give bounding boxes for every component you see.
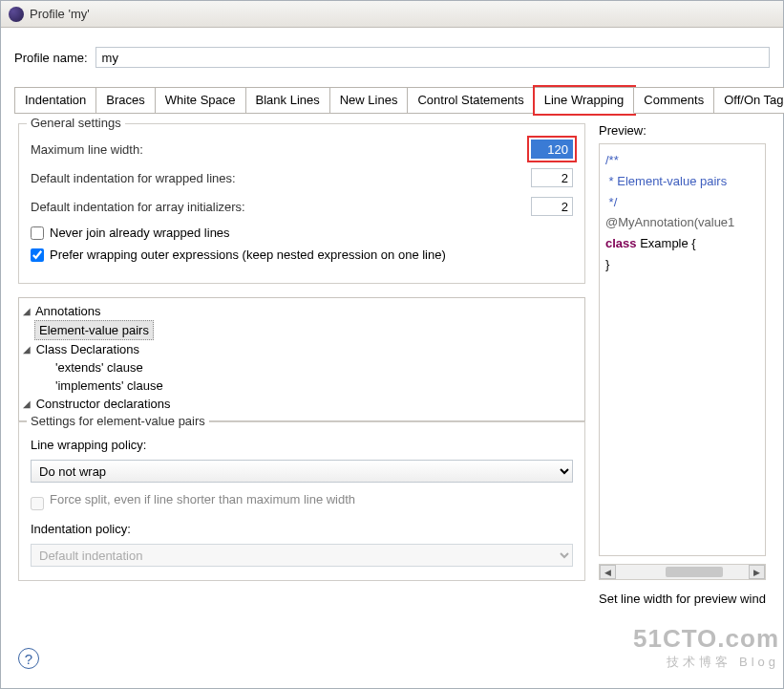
preview-label: Preview: <box>599 123 766 138</box>
default-indent-wrapped-input[interactable] <box>531 168 573 187</box>
dialog-window: Profile 'my' Profile name: Indentation B… <box>0 0 784 689</box>
titlebar-text: Profile 'my' <box>30 7 90 21</box>
default-indent-array-input[interactable] <box>531 197 573 216</box>
tab-off-on-tags[interactable]: Off/On Tags <box>714 87 784 114</box>
tab-line-wrapping[interactable]: Line Wrapping <box>535 87 635 114</box>
wrapping-policy-label: Line wrapping policy: <box>31 438 573 452</box>
tab-comments[interactable]: Comments <box>634 87 714 114</box>
scroll-thumb[interactable] <box>666 567 723 577</box>
default-indent-wrapped-row: Default indentation for wrapped lines: <box>31 168 573 187</box>
never-join-label[interactable]: Never join already wrapped lines <box>50 226 230 240</box>
watermark-small: 技术博客 Blog <box>633 654 779 671</box>
help-icon[interactable]: ? <box>18 648 39 669</box>
tree-item-implements-clause[interactable]: 'implements' clause <box>21 377 583 395</box>
tab-control-statements[interactable]: Control Statements <box>408 87 534 114</box>
tree-toggle-icon[interactable]: ◢ <box>23 344 32 355</box>
tab-blank-lines[interactable]: Blank Lines <box>246 87 330 114</box>
default-indent-array-row: Default indentation for array initialize… <box>31 197 573 216</box>
prefer-outer-label[interactable]: Prefer wrapping outer expressions (keep … <box>50 248 446 262</box>
max-line-width-input[interactable] <box>531 140 573 159</box>
general-settings-group: General settings Maximum line width: Def… <box>18 123 585 284</box>
scroll-left-arrow-icon[interactable]: ◀ <box>600 565 616 579</box>
profile-name-label: Profile name: <box>14 51 88 65</box>
watermark: 51CTO.com 技术博客 Blog <box>633 624 779 671</box>
default-indent-array-label: Default indentation for array initialize… <box>31 200 245 214</box>
code-annotation: @MyAnnotation(value1 <box>605 215 734 229</box>
tab-new-lines[interactable]: New Lines <box>330 87 409 114</box>
tab-indentation[interactable]: Indentation <box>14 87 96 114</box>
settings-for-title: Settings for element-value pairs <box>27 414 209 428</box>
eclipse-icon <box>9 7 24 22</box>
tree-item-extends-clause[interactable]: 'extends' clause <box>21 358 583 377</box>
left-column: General settings Maximum line width: Def… <box>18 123 585 606</box>
tab-white-space[interactable]: White Space <box>156 87 246 114</box>
force-split-label: Force split, even if line shorter than m… <box>50 492 355 506</box>
main-columns: General settings Maximum line width: Def… <box>14 114 770 615</box>
titlebar: Profile 'my' <box>1 1 783 28</box>
profile-name-row: Profile name: <box>14 47 770 68</box>
force-split-row: Force split, even if line shorter than m… <box>31 492 573 514</box>
wrapping-policy-select[interactable]: Do not wrap <box>31 460 573 483</box>
preview-code: /** * Element-value pairs */ @MyAnnotati… <box>605 150 761 275</box>
code-close: } <box>605 257 609 271</box>
indentation-policy-label: Indentation policy: <box>31 522 573 536</box>
preview-horizontal-scrollbar[interactable]: ◀ ▶ <box>599 564 766 580</box>
max-line-width-row: Maximum line width: <box>31 140 573 159</box>
code-keyword: class <box>605 236 637 250</box>
settings-for-group: Settings for element-value pairs Line wr… <box>18 421 585 581</box>
tree-item-annotations[interactable]: ◢ Annotations <box>21 302 583 320</box>
preview-width-hint: Set line width for preview window <box>599 592 766 606</box>
never-join-row: Never join already wrapped lines <box>31 226 573 240</box>
code-comment: /** * Element-value pairs */ <box>605 153 727 209</box>
tree-toggle-icon[interactable]: ◢ <box>23 398 32 409</box>
tree-item-element-value-pairs[interactable]: Element-value pairs <box>34 320 154 340</box>
watermark-big: 51CTO.com <box>633 624 779 654</box>
default-indent-wrapped-label: Default indentation for wrapped lines: <box>31 171 236 185</box>
right-column: Preview: /** * Element-value pairs */ @M… <box>599 123 766 606</box>
tree-item-constructor-declarations[interactable]: ◢ Constructor declarations <box>21 395 583 413</box>
indentation-policy-select: Default indentation <box>31 544 573 567</box>
dialog-body: Profile name: Indentation Braces White S… <box>1 28 783 615</box>
preview-area: /** * Element-value pairs */ @MyAnnotati… <box>599 143 766 556</box>
never-join-checkbox[interactable] <box>31 226 44 240</box>
tab-strip: Indentation Braces White Space Blank Lin… <box>14 87 770 114</box>
tree-item-class-declarations[interactable]: ◢ Class Declarations <box>21 340 583 358</box>
general-settings-title: General settings <box>27 116 125 130</box>
max-line-width-label: Maximum line width: <box>31 142 143 157</box>
tab-braces[interactable]: Braces <box>96 87 155 114</box>
tree-toggle-icon[interactable]: ◢ <box>23 306 32 316</box>
prefer-outer-checkbox[interactable] <box>31 248 44 262</box>
scroll-right-arrow-icon[interactable]: ▶ <box>749 565 765 579</box>
force-split-checkbox <box>31 497 44 510</box>
prefer-outer-row: Prefer wrapping outer expressions (keep … <box>31 248 573 262</box>
code-plain: Example { <box>637 236 696 250</box>
profile-name-input[interactable] <box>95 47 770 68</box>
category-tree[interactable]: ◢ Annotations Element-value pairs ◢ Clas… <box>18 297 585 421</box>
